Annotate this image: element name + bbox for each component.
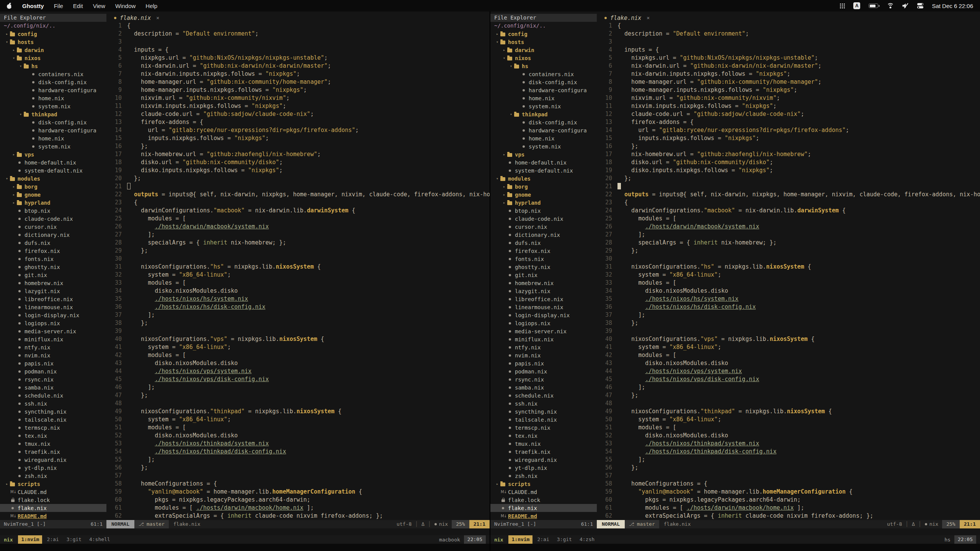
code-line[interactable]: 49 nixosConfigurations."thinkpad" = nixp… [106,408,490,416]
tree-item[interactable]: homebrew.nix [0,279,106,287]
code-line[interactable]: 33 modules = [ [597,279,980,287]
code-line[interactable]: 54 ./hosts/nixos/thinkpad/disk-config.ni… [106,448,490,456]
tree-item[interactable]: ▾hosts [0,38,106,46]
code-line[interactable]: 47 }; [106,391,490,399]
code-line[interactable]: 3 [597,38,980,46]
code-line[interactable]: 17 nix-homebrew.url = "github:zhaofengli… [106,150,490,158]
tree-item[interactable]: ▸gnome [0,191,106,199]
tree-item[interactable]: disk-config.nix [490,118,597,126]
tree-item[interactable]: media-server.nix [490,327,597,335]
tree-item[interactable]: ▾thinkpad [490,110,597,118]
tree-item[interactable]: traefik.nix [490,448,597,456]
code-line[interactable]: 36 ./hosts/nixos/hs/disk-config.nix [597,303,980,311]
tree-item[interactable]: system.nix [0,142,106,150]
code-line[interactable]: 54 ./hosts/nixos/thinkpad/disk-config.ni… [597,448,980,456]
code-line[interactable]: 10 nixvim.url = "github:nix-community/ni… [106,94,490,102]
tree-item[interactable]: ▸hyprland [0,199,106,207]
code-line[interactable]: 31 nixosConfigurations."hs" = nixpkgs.li… [106,263,490,271]
tree-item[interactable]: termscp.nix [0,424,106,432]
code-line[interactable]: 40 nixosConfigurations."vps" = nixpkgs.l… [597,335,980,343]
tree-item[interactable]: disk-config.nix [0,78,106,86]
code-line[interactable]: 26 ./hosts/darwin/macbook/system.nix [597,223,980,231]
code-line[interactable]: 23 { [106,199,490,207]
menu-help[interactable]: Help [145,3,157,9]
tree-root-path[interactable]: ~/.config/nix/.. [0,22,106,30]
code-line[interactable]: 2 description = "Default environment"; [597,30,980,38]
tree-item[interactable]: ▾hs [490,62,597,70]
tree-item[interactable]: yt-dlp.nix [490,464,597,472]
tree-item[interactable]: ▸scripts [0,480,106,488]
code-line[interactable]: 48 [106,399,490,408]
code-line[interactable]: 47 }; [597,391,980,399]
tree-item[interactable]: hardware-configura [0,126,106,134]
menu-bar-clock[interactable]: Sat Dec 6 22:06 [932,3,973,9]
code-line[interactable]: 4 inputs = { [597,46,980,54]
code-line[interactable]: 1{ [597,22,980,30]
code-line[interactable]: 35 ./hosts/nixos/hs/system.nix [106,295,490,303]
tree-item[interactable]: README.md [490,512,597,520]
tree-item[interactable]: system-default.nix [490,166,597,174]
tree-item[interactable]: ▾nixos [0,54,106,62]
code-line[interactable]: 28 specialArgs = { inherit nix-homebrew;… [106,239,490,247]
volume-muted-icon[interactable] [902,3,909,8]
tree-item[interactable]: ▸hyprland [490,199,597,207]
code-line[interactable]: 22 outputs = inputs@{ self, nix-darwin, … [597,191,980,199]
code-line[interactable]: 37 ]; [597,311,980,319]
close-icon[interactable]: ✕ [156,15,159,21]
code-line[interactable]: 13 firefox-addons = { [106,118,490,126]
tree-item[interactable]: system.nix [490,142,597,150]
tree-item[interactable]: ▸scripts [490,480,597,488]
code-line[interactable]: 30 [106,255,490,263]
tmux-window-shell[interactable]: 4:shell [86,535,113,544]
tree-item[interactable]: tailscale.nix [0,416,106,424]
code-line[interactable]: 48 [597,399,980,408]
tree-item[interactable]: login-display.nix [0,311,106,319]
tree-item[interactable]: ▸darwin [490,46,597,54]
code-line[interactable]: 8 home-manager.url = "github:nix-communi… [106,78,490,86]
tree-item[interactable]: miniflux.nix [0,335,106,343]
code-line[interactable]: 46 ]; [106,383,490,391]
code-line[interactable]: 19 disko.inputs.nixpkgs.follows = "nixpk… [597,166,980,174]
code-line[interactable]: 61 modules = [ ./hosts/darwin/macbook/ho… [597,504,980,512]
tree-item[interactable]: flake.nix [490,504,597,512]
tree-item[interactable]: ssh.nix [490,399,597,408]
code-line[interactable]: 19 disko.inputs.nixpkgs.follows = "nixpk… [106,166,490,174]
code-line[interactable]: 57 [106,472,490,480]
code-line[interactable]: 41 system = "x86_64-linux"; [597,343,980,351]
tmux-window-nvim[interactable]: 1:nvim [18,535,42,544]
tree-item[interactable]: podman.nix [0,367,106,375]
code-line[interactable]: 11 nixvim.inputs.nixpkgs.follows = "nixp… [106,102,490,110]
tree-item[interactable]: disk-config.nix [0,118,106,126]
tree-item[interactable]: tailscale.nix [490,416,597,424]
tree-item[interactable]: yt-dlp.nix [0,464,106,472]
tree-item[interactable]: ▸borg [0,183,106,191]
tree-item[interactable]: containers.nix [0,70,106,78]
tree-item[interactable]: hardware-configura [490,126,597,134]
tree-item[interactable]: ▸vps [0,150,106,158]
tree-item[interactable]: ▾thinkpad [0,110,106,118]
menu-edit[interactable]: Edit [73,3,83,9]
tree-item[interactable]: flake.lock [490,496,597,504]
code-line[interactable]: 5 nixpkgs.url = "github:NixOS/nixpkgs/ni… [106,54,490,62]
tree-item[interactable]: ▸darwin [0,46,106,54]
code-line[interactable]: 42 modules = [ [106,351,490,359]
tree-item[interactable]: firefox.nix [490,247,597,255]
tree-item[interactable]: home-default.nix [490,158,597,166]
tree-item[interactable]: CLAUDE.md [0,488,106,496]
code-line[interactable]: 34 disko.nixosModules.disko [597,287,980,295]
code-line[interactable]: 57 [597,472,980,480]
tree-item[interactable]: nvim.nix [0,351,106,359]
tree-item[interactable]: termscp.nix [490,424,597,432]
tree-item[interactable]: home.nix [0,94,106,102]
tree-item[interactable]: syncthing.nix [0,408,106,416]
code-line[interactable]: 44 ./hosts/nixos/vps/system.nix [597,367,980,375]
code-line[interactable]: 53 ./hosts/nixos/thinkpad/system.nix [597,440,980,448]
code-line[interactable]: 59 "yanlin@macbook" = home-manager.lib.h… [106,488,490,496]
code-line[interactable]: 40 nixosConfigurations."vps" = nixpkgs.l… [106,335,490,343]
wifi-icon[interactable] [887,3,894,8]
code-line[interactable]: 55 ]; [597,456,980,464]
code-line[interactable]: 36 ./hosts/nixos/hs/disk-config.nix [106,303,490,311]
close-icon[interactable]: ✕ [647,15,650,21]
code-line[interactable]: 9 home-manager.inputs.nixpkgs.follows = … [597,86,980,94]
tree-item[interactable]: syncthing.nix [490,408,597,416]
